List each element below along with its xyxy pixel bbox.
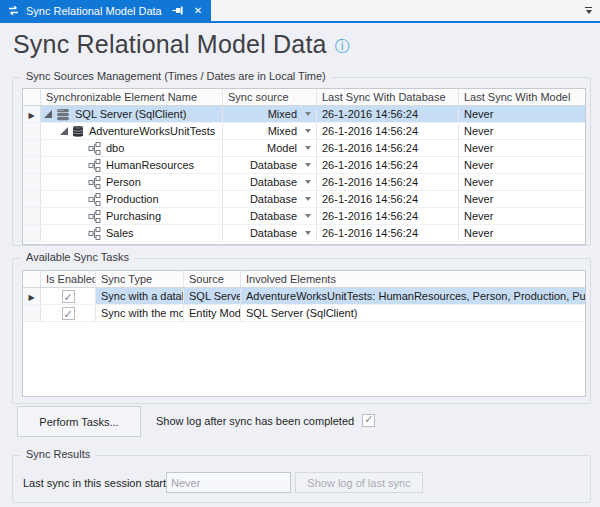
enabled-checkbox[interactable]: ✓ (62, 290, 75, 303)
schema-icon (88, 210, 101, 223)
row-indicator (23, 174, 41, 190)
element-name-cell[interactable]: dbo (41, 140, 223, 156)
dropdown-arrow-icon[interactable] (305, 129, 311, 133)
perform-tasks-button[interactable]: Perform Tasks... (17, 406, 141, 437)
header-cell[interactable]: Sync Type (96, 271, 184, 287)
involved-elements-cell: AdventureWorksUnitTests: HumanResources,… (241, 288, 585, 304)
element-name-label: SQL Server (SqlClient) (75, 106, 186, 122)
tab-menu-button[interactable] (583, 6, 594, 16)
tree-expand-icon[interactable] (44, 110, 52, 118)
element-name-label: Sales (106, 225, 134, 241)
element-name-label: Person (106, 174, 141, 190)
element-name-cell[interactable]: HumanResources (41, 157, 223, 173)
source-cell: SQL Server (184, 288, 241, 304)
sync-icon (7, 5, 20, 16)
element-name-cell[interactable]: Production (41, 191, 223, 207)
table-row[interactable]: ProductionDatabase26-1-2016 14:56:24Neve… (23, 191, 585, 208)
last-sync-model-cell: Never (459, 123, 585, 139)
row-indicator (23, 225, 41, 241)
dropdown-arrow-icon[interactable] (305, 112, 311, 116)
element-name-cell[interactable]: AdventureWorksUnitTests (41, 123, 223, 139)
tab-sync-relational-model-data[interactable]: Sync Relational Model Data ✕ (0, 0, 211, 21)
dropdown-arrow-icon[interactable] (305, 146, 311, 150)
schema-icon (88, 227, 101, 240)
last-sync-model-cell: Never (459, 140, 585, 156)
sync-source-cell[interactable]: Database (223, 174, 317, 190)
sync-source-cell[interactable]: Mixed (223, 106, 317, 122)
table-row[interactable]: PersonDatabase26-1-2016 14:56:24Never (23, 174, 585, 191)
table-row[interactable]: ▶SQL Server (SqlClient)Mixed26-1-2016 14… (23, 106, 585, 123)
pin-icon[interactable] (172, 5, 184, 16)
schema-icon (88, 176, 101, 189)
show-log-checkbox[interactable]: ✓ (362, 414, 375, 427)
last-sync-db-cell: 26-1-2016 14:56:24 (317, 106, 459, 122)
header-cell[interactable]: Sync source (223, 89, 317, 105)
row-indicator (23, 140, 41, 156)
row-indicator: ▶ (23, 106, 41, 122)
source-cell: Entity Model (184, 305, 241, 321)
element-name-label: Purchasing (106, 208, 161, 224)
dropdown-arrow-icon[interactable] (305, 163, 311, 167)
show-log-checkbox-label: Show log after sync has been completed (156, 415, 354, 427)
header-indicator-cell (23, 271, 41, 287)
last-sync-db-cell: 26-1-2016 14:56:24 (317, 140, 459, 156)
last-sync-model-cell: Never (459, 208, 585, 224)
header-cell[interactable]: Is Enabled (41, 271, 96, 287)
element-name-cell[interactable]: Person (41, 174, 223, 190)
row-indicator (23, 208, 41, 224)
element-name-label: AdventureWorksUnitTests (89, 123, 215, 139)
is-enabled-cell[interactable]: ✓ (41, 305, 96, 321)
last-sync-model-cell: Never (459, 174, 585, 190)
row-indicator (23, 123, 41, 139)
sync-source-cell[interactable]: Database (223, 191, 317, 207)
sync-source-cell[interactable]: Database (223, 225, 317, 241)
tab-strip: Sync Relational Model Data ✕ (0, 0, 600, 23)
sync-source-cell[interactable]: Database (223, 208, 317, 224)
is-enabled-cell[interactable]: ✓ (41, 288, 96, 304)
table-row[interactable]: ✓Sync with the modelEntity ModelSQL Serv… (23, 305, 585, 322)
enabled-checkbox[interactable]: ✓ (62, 307, 75, 320)
last-sync-db-cell: 26-1-2016 14:56:24 (317, 157, 459, 173)
element-name-label: dbo (106, 140, 124, 156)
element-name-cell[interactable]: Purchasing (41, 208, 223, 224)
table-row[interactable]: SalesDatabase26-1-2016 14:56:24Never (23, 225, 585, 242)
close-icon[interactable]: ✕ (194, 6, 202, 16)
last-sync-model-cell: Never (459, 191, 585, 207)
info-icon[interactable]: ⓘ (335, 37, 350, 56)
sync-tasks-header: Is EnabledSync TypeSourceInvolved Elemen… (23, 271, 585, 288)
dropdown-arrow-icon[interactable] (305, 231, 311, 235)
header-cell[interactable]: Synchronizable Element Name (41, 89, 223, 105)
last-sync-db-cell: 26-1-2016 14:56:24 (317, 225, 459, 241)
header-cell[interactable]: Involved Elements (241, 271, 585, 287)
dropdown-arrow-icon[interactable] (305, 180, 311, 184)
dropdown-arrow-icon[interactable] (305, 197, 311, 201)
sync-source-cell[interactable]: Model (223, 140, 317, 156)
row-indicator (23, 191, 41, 207)
table-row[interactable]: ▶✓Sync with a databaseSQL ServerAdventur… (23, 288, 585, 305)
element-name-cell[interactable]: Sales (41, 225, 223, 241)
table-row[interactable]: PurchasingDatabase26-1-2016 14:56:24Neve… (23, 208, 585, 225)
page-title: Sync Relational Model Data ⓘ (13, 30, 350, 59)
last-sync-input (166, 472, 291, 493)
show-log-of-last-sync-button: Show log of last sync (295, 472, 423, 493)
tree-expand-icon[interactable] (60, 127, 68, 135)
schema-icon (88, 159, 101, 172)
table-row[interactable]: HumanResourcesDatabase26-1-2016 14:56:24… (23, 157, 585, 174)
sync-source-cell[interactable]: Database (223, 157, 317, 173)
sync-sources-group-label: Sync Sources Management (Times / Dates a… (21, 70, 331, 82)
last-sync-model-cell: Never (459, 106, 585, 122)
sync-source-cell[interactable]: Mixed (223, 123, 317, 139)
header-indicator-cell (23, 89, 41, 105)
header-cell[interactable]: Last Sync With Model (459, 89, 585, 105)
element-name-cell[interactable]: SQL Server (SqlClient) (41, 106, 223, 122)
table-row[interactable]: AdventureWorksUnitTestsMixed26-1-2016 14… (23, 123, 585, 140)
schema-icon (88, 142, 101, 155)
dropdown-arrow-icon[interactable] (305, 214, 311, 218)
row-indicator (23, 305, 41, 321)
header-cell[interactable]: Last Sync With Database (317, 89, 459, 105)
sync-type-cell: Sync with the model (96, 305, 184, 321)
header-cell[interactable]: Source (184, 271, 241, 287)
table-row[interactable]: dboModel26-1-2016 14:56:24Never (23, 140, 585, 157)
row-indicator: ▶ (23, 288, 41, 304)
sync-results-group-label: Sync Results (21, 448, 95, 460)
